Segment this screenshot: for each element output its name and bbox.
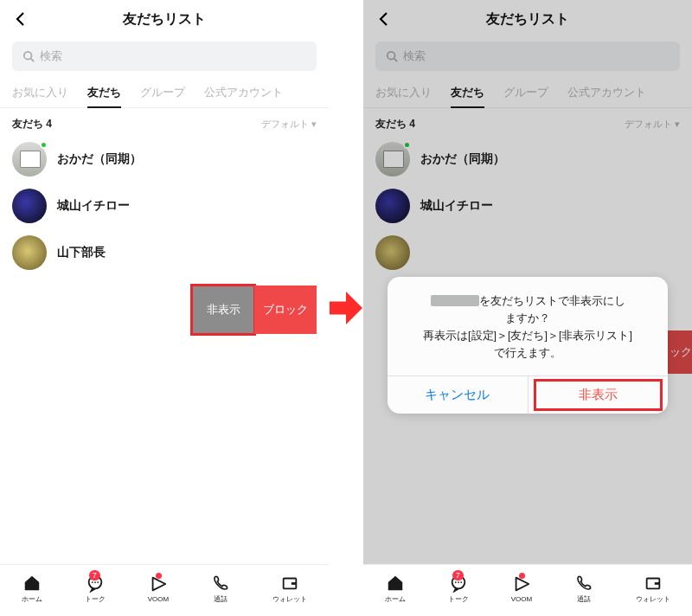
call-icon [574, 574, 593, 593]
svg-point-4 [94, 581, 96, 583]
tab-official[interactable]: 公式アカウント [204, 80, 283, 107]
nav-wallet[interactable]: ウォレット [272, 574, 307, 604]
svg-rect-15 [655, 582, 660, 585]
block-button[interactable]: ブロック [254, 286, 317, 334]
svg-point-11 [455, 581, 457, 583]
phone-right: 友だちリスト 検索 お気に入り 友だち グループ 公式アカウント 友だち 4 デ… [363, 0, 692, 616]
sort-button[interactable]: デフォルト ▾ [261, 118, 317, 131]
section-header: 友だち 4 デフォルト ▾ [363, 108, 692, 137]
avatar [375, 142, 410, 176]
svg-line-9 [394, 59, 398, 62]
home-icon [22, 574, 42, 593]
svg-line-1 [31, 59, 35, 62]
tabs: お気に入り 友だち グループ 公式アカウント [363, 80, 692, 108]
svg-rect-7 [292, 582, 297, 585]
tab-friends[interactable]: 友だち [87, 80, 121, 107]
list-item[interactable]: 山下部長 [0, 230, 329, 275]
avatar [375, 189, 410, 223]
nav-wallet[interactable]: ウォレット [636, 574, 670, 604]
nav-talk[interactable]: 7 トーク [448, 574, 469, 604]
wallet-icon [644, 574, 663, 593]
list-item[interactable]: 城山イチロー [363, 183, 692, 228]
section-header: 友だち 4 デフォルト ▾ [0, 108, 329, 137]
arrow-right-icon [330, 287, 362, 329]
friend-name: 城山イチロー [420, 198, 493, 214]
nav-home[interactable]: ホーム [385, 574, 406, 604]
section-label: 友だち 4 [12, 117, 52, 132]
page-title: 友だちリスト [374, 10, 682, 29]
section-label: 友だち 4 [375, 117, 415, 132]
cancel-button[interactable]: キャンセル [388, 376, 529, 414]
search-icon [386, 50, 398, 62]
badge: 7 [452, 570, 464, 581]
page-title: 友だちリスト [10, 10, 318, 29]
friend-list: おかだ（同期） 城山イチロー 山下部長 非表示 ブロック [0, 137, 329, 564]
header: 友だちリスト [0, 0, 329, 35]
badge: 7 [89, 570, 100, 581]
svg-point-3 [92, 581, 93, 583]
list-item[interactable]: おかだ（同期） [0, 137, 329, 182]
friend-name: おかだ（同期） [57, 151, 142, 167]
list-item[interactable] [363, 230, 692, 275]
svg-point-13 [460, 581, 462, 583]
swipe-actions: 非表示 ブロック [0, 277, 329, 334]
svg-point-5 [97, 581, 99, 583]
arrow-indicator [329, 0, 363, 616]
hide-button[interactable]: 非表示 [192, 286, 254, 334]
avatar [375, 235, 410, 270]
phone-left: 友だちリスト 検索 お気に入り 友だち グループ 公式アカウント 友だち 4 デ… [0, 0, 329, 616]
dialog-message: を友だちリストで非表示にし ますか？ 再表示は[設定]＞[友だち]＞[非表示リス… [388, 277, 668, 375]
nav-voom[interactable]: VOOM [511, 574, 532, 603]
tab-favorites[interactable]: お気に入り [12, 80, 68, 107]
tab-friends[interactable]: 友だち [451, 80, 484, 107]
tab-official[interactable]: 公式アカウント [567, 80, 646, 107]
avatar [12, 142, 47, 176]
nav-voom[interactable]: VOOM [148, 574, 169, 603]
confirm-hide-button[interactable]: 非表示 [529, 376, 669, 414]
svg-point-12 [458, 581, 459, 583]
sort-button[interactable]: デフォルト ▾ [625, 118, 680, 131]
online-dot-icon [40, 141, 48, 149]
friend-name: 山下部長 [57, 245, 106, 260]
nav-home[interactable]: ホーム [22, 574, 42, 604]
search-input[interactable]: 検索 [12, 42, 317, 71]
search-placeholder: 検索 [403, 48, 426, 64]
search-icon [22, 50, 35, 62]
tab-groups[interactable]: グループ [140, 80, 185, 107]
svg-point-8 [388, 52, 395, 60]
nav-talk[interactable]: 7 トーク [85, 574, 106, 604]
dialog-buttons: キャンセル 非表示 [388, 375, 668, 414]
friend-name: おかだ（同期） [420, 151, 505, 167]
search-input[interactable]: 検索 [375, 42, 680, 71]
confirm-dialog: を友だちリストで非表示にし ますか？ 再表示は[設定]＞[友だち]＞[非表示リス… [388, 277, 668, 414]
online-dot-icon [403, 141, 411, 149]
tabs: お気に入り 友だち グループ 公式アカウント [0, 80, 329, 108]
call-icon [211, 574, 230, 593]
nav-call[interactable]: 通話 [574, 574, 593, 604]
redacted-name [431, 295, 479, 306]
bottom-nav: ホーム 7 トーク VOOM 通話 ウォレット [0, 564, 329, 616]
avatar [12, 235, 47, 270]
home-icon [386, 574, 405, 593]
tab-groups[interactable]: グループ [503, 80, 548, 107]
svg-point-0 [24, 52, 32, 60]
nav-call[interactable]: 通話 [211, 574, 230, 604]
list-item[interactable]: おかだ（同期） [363, 137, 692, 182]
bottom-nav: ホーム 7 トーク VOOM 通話 ウォレット [363, 564, 692, 616]
header: 友だちリスト [363, 0, 692, 35]
wallet-icon [280, 574, 299, 593]
list-item[interactable]: 城山イチロー [0, 183, 329, 228]
tab-favorites[interactable]: お気に入り [375, 80, 432, 107]
avatar [12, 189, 47, 223]
friend-name: 城山イチロー [57, 198, 130, 214]
search-placeholder: 検索 [40, 48, 62, 64]
